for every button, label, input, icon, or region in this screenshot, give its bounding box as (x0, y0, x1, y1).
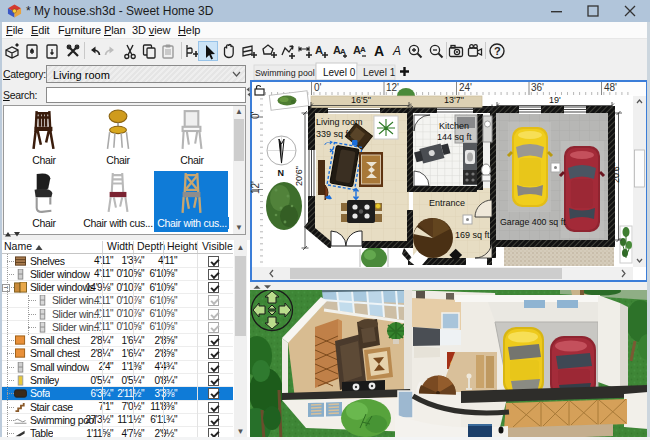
svg-text:24': 24' (459, 82, 472, 93)
svg-text:A: A (360, 45, 366, 54)
svg-text:A: A (392, 44, 401, 58)
svg-text:12': 12' (250, 181, 261, 194)
svg-text:Level 1: Level 1 (363, 67, 396, 78)
svg-text:A: A (315, 44, 323, 56)
svg-text:20'6": 20'6" (611, 163, 621, 183)
svg-text:12': 12' (386, 82, 399, 93)
svg-text:N: N (278, 168, 285, 178)
svg-text:Entrance: Entrance (429, 198, 465, 208)
svg-text:48': 48' (604, 82, 617, 93)
svg-text:Swimming pool: Swimming pool (255, 68, 315, 78)
svg-text:19': 19' (549, 95, 561, 105)
svg-text:Living room: Living room (316, 117, 363, 127)
svg-text:Level 0: Level 0 (323, 67, 356, 78)
svg-text:?: ? (494, 45, 501, 57)
svg-text:144 sq ft: 144 sq ft (437, 132, 472, 142)
svg-text:Kitchen: Kitchen (439, 121, 469, 131)
svg-text:339 sq ft: 339 sq ft (316, 129, 351, 139)
svg-text:A: A (374, 43, 384, 59)
svg-text:16'5": 16'5" (351, 95, 371, 105)
svg-text:0': 0' (250, 111, 261, 119)
svg-text:0': 0' (314, 82, 322, 93)
svg-text:20'6": 20'6" (294, 166, 304, 186)
svg-text:13'7": 13'7" (444, 95, 464, 105)
svg-text:169 sq ft: 169 sq ft (455, 230, 490, 240)
svg-text:Garage 400 sq ft: Garage 400 sq ft (500, 217, 566, 227)
svg-text:36': 36' (531, 82, 544, 93)
